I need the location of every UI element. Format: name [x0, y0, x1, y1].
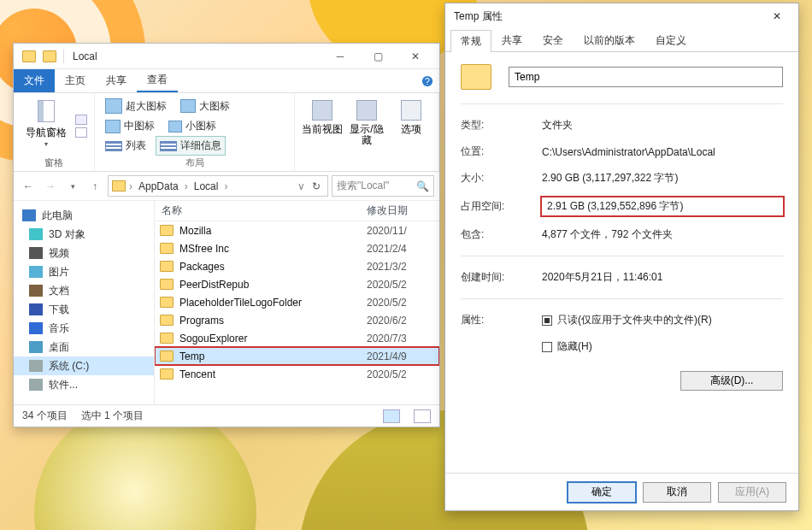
- label-location: 位置:: [461, 144, 542, 159]
- sidebar: 此电脑 3D 对象 视频 图片 文档 下载 音乐 桌面 系统 (C:) 软件..…: [14, 201, 155, 404]
- status-bar: 34 个项目 选中 1 个项目: [14, 404, 439, 427]
- window-title: Local: [73, 50, 97, 62]
- forward-button[interactable]: →: [41, 177, 60, 196]
- view-xl-icons[interactable]: 超大图标: [102, 97, 170, 115]
- sidebar-item-pics[interactable]: 图片: [14, 262, 154, 281]
- table-row[interactable]: PlaceholderTileLogoFolder2020/5/2: [155, 293, 439, 311]
- recent-button[interactable]: ▾: [63, 177, 82, 196]
- refresh-button[interactable]: ↻: [309, 180, 324, 192]
- label-type: 类型:: [461, 118, 542, 132]
- tab-share[interactable]: 共享: [491, 29, 533, 51]
- sidebar-item-sysdrive[interactable]: 系统 (C:): [14, 356, 154, 375]
- view-lg-icons[interactable]: 大图标: [177, 97, 233, 115]
- view-details[interactable]: 详细信息: [156, 137, 225, 155]
- folder-icon: [160, 279, 174, 290]
- status-selection: 选中 1 个项目: [81, 409, 144, 423]
- explorer-window: Local ─ ▢ ✕ 文件 主页 共享 查看 ? 导航窗格 ▾: [13, 43, 440, 427]
- tab-share[interactable]: 共享: [96, 69, 137, 92]
- readonly-checkbox[interactable]: 只读(仅应用于文件夹中的文件)(R): [542, 313, 783, 327]
- ribbon-group-layout: 布局: [185, 155, 204, 169]
- maximize-button[interactable]: ▢: [359, 44, 397, 69]
- sidebar-item-docs[interactable]: 文档: [14, 281, 154, 300]
- help-button[interactable]: ?: [415, 69, 439, 92]
- svg-text:?: ?: [425, 75, 430, 85]
- view-icons-toggle[interactable]: [414, 409, 431, 423]
- view-list[interactable]: 列表: [102, 137, 150, 155]
- tab-custom[interactable]: 自定义: [645, 29, 697, 51]
- table-row[interactable]: Programs2020/6/2: [155, 311, 439, 329]
- tab-general[interactable]: 常规: [450, 30, 491, 52]
- view-sm-icons[interactable]: 小图标: [165, 117, 220, 135]
- address-bar[interactable]: › AppData › Local › ∨ ↻: [108, 175, 328, 197]
- table-row[interactable]: Packages2021/3/2: [155, 257, 439, 275]
- minimize-button[interactable]: ─: [321, 44, 359, 69]
- name-field[interactable]: [509, 67, 783, 87]
- cancel-button[interactable]: 取消: [643, 482, 711, 503]
- label-contains: 包含:: [461, 227, 542, 242]
- column-name[interactable]: 名称: [155, 203, 367, 218]
- show-hide-button[interactable]: 显示/隐藏: [346, 97, 387, 157]
- label-sizeondisk: 占用空间:: [461, 199, 542, 214]
- file-name: Temp: [179, 350, 367, 362]
- breadcrumb[interactable]: AppData: [136, 180, 181, 192]
- hidden-checkbox[interactable]: 隐藏(H): [542, 339, 592, 354]
- file-date: 2021/2/4: [367, 243, 439, 255]
- label-attributes: 属性:: [461, 313, 542, 327]
- preview-pane-icon[interactable]: [75, 115, 87, 125]
- tab-prev[interactable]: 以前的版本: [574, 29, 645, 51]
- file-name: Tencent: [179, 368, 367, 380]
- view-md-icons[interactable]: 中图标: [102, 117, 158, 135]
- advanced-button[interactable]: 高级(D)...: [680, 371, 783, 391]
- folder-icon: [160, 350, 174, 362]
- dialog-title: Temp 属性: [454, 9, 764, 24]
- back-button[interactable]: ←: [19, 177, 38, 196]
- file-name: SogouExplorer: [179, 333, 367, 344]
- sidebar-item-video[interactable]: 视频: [14, 244, 154, 262]
- options-button[interactable]: 选项: [391, 97, 432, 157]
- folder-icon: [160, 243, 174, 254]
- table-row[interactable]: PeerDistRepub2020/5/2: [155, 275, 439, 293]
- up-button[interactable]: ↑: [85, 177, 104, 196]
- folder-icon: [43, 50, 56, 62]
- folder-icon: [160, 297, 174, 308]
- view-details-toggle[interactable]: [383, 409, 400, 423]
- sidebar-item-dl[interactable]: 下载: [14, 300, 154, 319]
- close-button[interactable]: ✕: [764, 3, 790, 29]
- table-row[interactable]: Temp2021/4/9: [155, 347, 439, 365]
- sidebar-item-desktop[interactable]: 桌面: [14, 338, 154, 356]
- value-size: 2.90 GB (3,117,297,322 字节): [542, 171, 783, 186]
- tab-security[interactable]: 安全: [533, 29, 574, 51]
- apply-button[interactable]: 应用(A): [718, 482, 786, 503]
- label-created: 创建时间:: [461, 270, 542, 285]
- ribbon-group-panes: 窗格: [44, 155, 63, 169]
- column-date[interactable]: 修改日期: [367, 203, 439, 218]
- file-name: MSfree Inc: [179, 243, 367, 255]
- nav-pane-button[interactable]: 导航窗格 ▾: [21, 97, 72, 155]
- current-view-button[interactable]: 当前视图: [302, 97, 343, 157]
- tab-view[interactable]: 查看: [137, 69, 178, 92]
- file-date: 2020/6/2: [367, 315, 439, 327]
- folder-icon: [160, 315, 174, 326]
- folder-icon: [160, 333, 174, 344]
- details-pane-icon[interactable]: [75, 127, 87, 138]
- close-button[interactable]: ✕: [397, 44, 434, 69]
- table-row[interactable]: Tencent2020/5/2: [155, 365, 439, 383]
- sidebar-item-3d[interactable]: 3D 对象: [14, 225, 154, 244]
- folder-icon: [22, 50, 36, 62]
- file-date: 2020/7/3: [367, 333, 439, 344]
- search-input[interactable]: 搜索"Local" 🔍: [332, 175, 434, 197]
- breadcrumb[interactable]: Local: [191, 180, 221, 192]
- ok-button[interactable]: 确定: [568, 482, 636, 503]
- sidebar-item-soft[interactable]: 软件...: [14, 375, 154, 394]
- titlebar: Local ─ ▢ ✕: [14, 44, 439, 69]
- properties-dialog: Temp 属性 ✕ 常规 共享 安全 以前的版本 自定义 类型:文件夹 位置:C…: [444, 3, 799, 511]
- table-row[interactable]: Mozilla2020/11/: [155, 221, 439, 239]
- sidebar-item-thispc[interactable]: 此电脑: [14, 206, 154, 225]
- table-row[interactable]: SogouExplorer2020/7/3: [155, 329, 439, 347]
- table-row[interactable]: MSfree Inc2021/2/4: [155, 239, 439, 257]
- tab-home[interactable]: 主页: [55, 69, 96, 92]
- sidebar-item-music[interactable]: 音乐: [14, 319, 154, 338]
- folder-icon: [461, 64, 491, 90]
- tab-file[interactable]: 文件: [14, 69, 55, 92]
- file-name: Mozilla: [179, 225, 367, 237]
